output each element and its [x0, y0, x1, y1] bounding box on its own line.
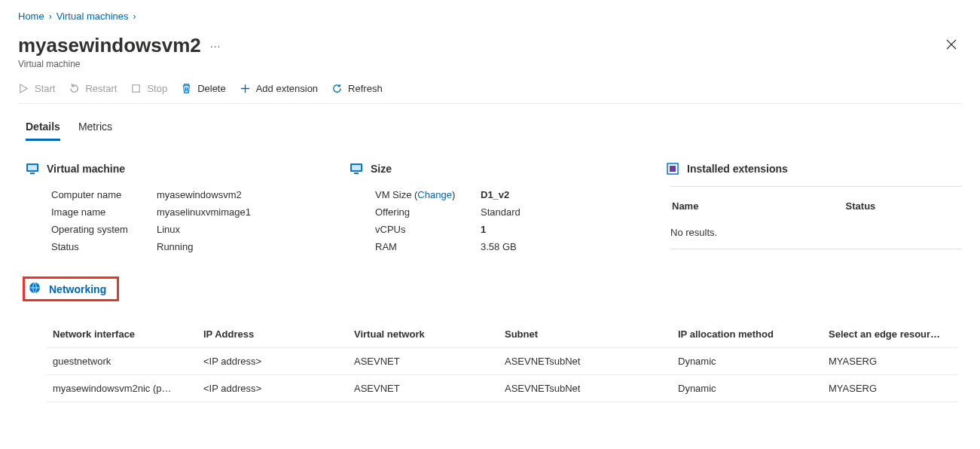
col-edge[interactable]: Select an edge resour… [823, 321, 958, 348]
monitor-icon [350, 162, 363, 176]
vmsize-value: D1_v2 [481, 189, 509, 200]
os-label: Operating system [51, 224, 157, 235]
monitor-icon [26, 162, 39, 176]
status-value: Running [157, 241, 193, 252]
details-content: Virtual machine Computer namemyasewindow… [18, 141, 962, 301]
more-icon[interactable]: ··· [210, 40, 221, 52]
extensions-empty: No results. [670, 222, 962, 249]
delete-button[interactable]: Delete [181, 83, 226, 94]
svg-rect-1 [133, 85, 139, 92]
extension-icon [666, 162, 679, 176]
cell-nic: guestnetwork [47, 348, 197, 375]
restart-label: Restart [85, 83, 117, 94]
vmsize-change-link[interactable]: Change [417, 189, 452, 200]
col-alloc[interactable]: IP allocation method [672, 321, 823, 348]
delete-label: Delete [197, 83, 226, 94]
play-icon [18, 83, 29, 94]
breadcrumb-virtual-machines[interactable]: Virtual machines [56, 11, 129, 22]
svg-rect-10 [670, 166, 676, 172]
tab-details[interactable]: Details [26, 118, 60, 141]
extensions-table: Name Status [670, 194, 962, 222]
refresh-icon [331, 83, 343, 94]
breadcrumb-home[interactable]: Home [18, 11, 44, 22]
close-button[interactable] [941, 34, 962, 59]
vcpus-label: vCPUs [375, 224, 481, 235]
stop-button: Stop [130, 83, 167, 94]
svg-rect-7 [352, 165, 361, 170]
svg-rect-4 [30, 173, 35, 174]
networking-table: Network interface IP Address Virtual net… [47, 321, 958, 402]
size-section-head: Size [350, 162, 666, 176]
add-extension-label: Add extension [256, 83, 318, 94]
tabs: Details Metrics [18, 104, 962, 141]
extensions-section-title: Installed extensions [687, 163, 788, 175]
col-ip[interactable]: IP Address [197, 321, 348, 348]
col-subnet[interactable]: Subnet [499, 321, 672, 348]
stop-label: Stop [147, 83, 167, 94]
cell-alloc: Dynamic [672, 348, 823, 375]
close-icon [945, 38, 957, 50]
start-button: Start [18, 83, 55, 94]
toolbar: Start Restart Stop Delete Add extension … [18, 72, 962, 104]
networking-section-title[interactable]: Networking [49, 283, 106, 295]
svg-rect-8 [354, 173, 359, 174]
ext-col-name: Name [672, 196, 844, 221]
page-subtitle: Virtual machine [18, 59, 221, 69]
ram-label: RAM [375, 241, 481, 252]
restart-icon [69, 83, 80, 94]
cell-alloc: Dynamic [672, 375, 823, 402]
offering-value: Standard [481, 206, 521, 218]
stop-icon [130, 83, 142, 94]
svg-marker-0 [20, 84, 27, 93]
col-vnet[interactable]: Virtual network [348, 321, 499, 348]
vmsize-label: VM Size (Change) [375, 189, 481, 200]
svg-rect-3 [28, 165, 37, 170]
table-row[interactable]: myasewindowsvm2nic (p… <IP address> ASEV… [47, 375, 958, 402]
chevron-right-icon: › [133, 11, 136, 22]
vm-section-title: Virtual machine [47, 163, 125, 175]
computer-name-label: Computer name [51, 189, 157, 200]
title-block: myasewindowsvm2 ··· Virtual machine [18, 34, 221, 69]
trash-icon [181, 83, 192, 94]
refresh-button[interactable]: Refresh [331, 83, 383, 94]
vm-section-head: Virtual machine [18, 162, 350, 176]
cell-edge: MYASERG [823, 375, 958, 402]
table-row[interactable]: guestnetwork <IP address> ASEVNET ASEVNE… [47, 348, 958, 375]
networking-section-head: Networking [23, 276, 119, 301]
vcpus-value: 1 [481, 224, 486, 235]
cell-ip: <IP address> [197, 375, 348, 402]
os-value: Linux [157, 224, 180, 235]
cell-subnet: ASEVNETsubNet [499, 348, 672, 375]
refresh-label: Refresh [348, 83, 383, 94]
cell-nic: myasewindowsvm2nic (p… [47, 375, 197, 402]
cell-vnet: ASEVNET [348, 348, 499, 375]
ram-value: 3.58 GB [481, 241, 517, 252]
status-label: Status [51, 241, 157, 252]
networking-header-row: Network interface IP Address Virtual net… [47, 321, 958, 348]
chevron-right-icon: › [49, 11, 52, 22]
offering-label: Offering [375, 206, 481, 218]
col-nic[interactable]: Network interface [47, 321, 197, 348]
page-header: myasewindowsvm2 ··· Virtual machine [18, 28, 962, 72]
tab-metrics[interactable]: Metrics [78, 118, 112, 141]
breadcrumb: Home › Virtual machines › [18, 8, 962, 28]
globe-icon [28, 281, 41, 297]
plus-icon [240, 83, 251, 94]
size-section-title: Size [371, 163, 392, 175]
extensions-section-head: Installed extensions [666, 162, 962, 176]
add-extension-button[interactable]: Add extension [240, 83, 318, 94]
image-name-value: myaselinuxvmimage1 [157, 206, 251, 218]
page-title: myasewindowsvm2 [18, 34, 201, 57]
cell-ip: <IP address> [197, 348, 348, 375]
ext-col-status: Status [846, 196, 960, 221]
cell-edge: MYASERG [823, 348, 958, 375]
image-name-label: Image name [51, 206, 157, 218]
computer-name-value: myasewindowsvm2 [157, 189, 242, 200]
start-label: Start [35, 83, 55, 94]
restart-button: Restart [69, 83, 117, 94]
cell-vnet: ASEVNET [348, 375, 499, 402]
cell-subnet: ASEVNETsubNet [499, 375, 672, 402]
